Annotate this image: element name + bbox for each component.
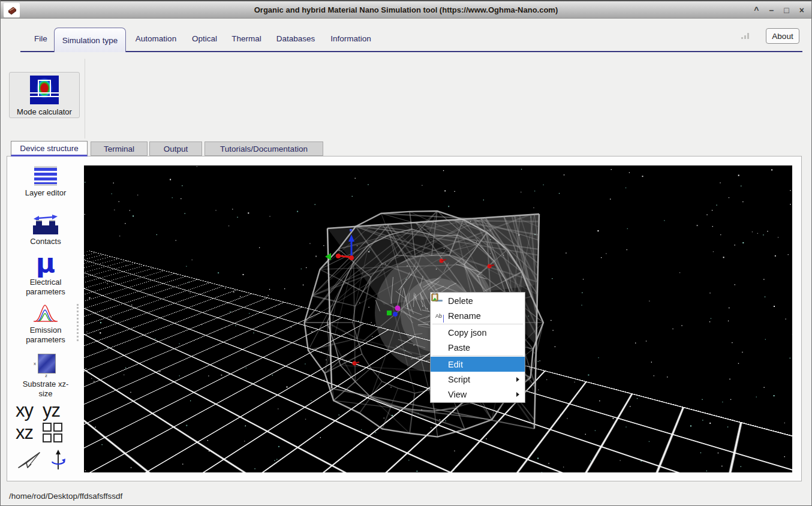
context-item-copy-json[interactable]: Copy json [431,325,525,340]
mode-calculator-label: Mode calculator [17,107,72,116]
sidebar-item-substrate-xz-size[interactable]: x z Substrate xz-size [7,353,84,398]
menu-simulation-type[interactable]: Simulation type [54,28,126,52]
paper-plane-icon[interactable] [17,450,41,469]
tab-output[interactable]: Output [149,141,202,156]
sidebar-item-electrical-parameters[interactable]: μ Electrical parameters [7,251,84,296]
view-xy-button[interactable]: xy [16,401,33,420]
close-button[interactable]: × [799,6,804,14]
sidebar-splitter-handle[interactable] [77,304,79,341]
emission-spectrum-icon [33,303,58,323]
submenu-arrow-icon [516,377,519,382]
menu-information[interactable]: Information [327,31,375,47]
menubar-underline [20,51,802,52]
window-controls: ^ – □ × [754,1,804,19]
shade-button[interactable]: ^ [754,6,759,14]
maximize-button[interactable]: □ [784,6,789,14]
layers-icon [34,166,57,186]
statusbar-path: /home/rod/Desktop/ffdsafsffssdf [9,492,122,501]
tab-terminal[interactable]: Terminal [91,141,148,156]
signal-bars-icon [741,32,750,39]
3d-viewport[interactable]: Delete Ab Rename [84,165,792,472]
app-window: Organic and hybrid Material Nano Simulat… [0,0,812,506]
ribbon-separator [85,59,85,138]
view-xz-button[interactable]: xz [16,423,33,442]
rename-cursor-icon: Ab [435,313,448,319]
minimize-button[interactable]: – [769,6,774,14]
context-item-paste[interactable]: Paste [431,340,525,355]
sidebar-item-emission-parameters[interactable]: Emission parameters [7,303,84,344]
statusbar: /home/rod/Desktop/ffdsafsffssdf [1,486,811,506]
context-item-edit[interactable]: Edit [431,357,525,372]
sidebar-item-contacts[interactable]: Contacts [7,214,84,246]
context-item-rename[interactable]: Ab Rename [431,308,525,323]
menu-separator [432,356,523,356]
menu-databases[interactable]: Databases [274,31,317,47]
tab-tutorials[interactable]: Tutorials/Documentation [204,141,323,156]
tab-device-structure[interactable]: Device structure [11,141,88,156]
context-item-script[interactable]: Script [431,372,525,387]
mu-icon: μ [36,251,55,275]
menu-automation[interactable]: Automation [133,31,179,47]
rotate-axis-icon[interactable] [50,449,67,471]
about-button[interactable]: About [766,28,799,44]
menu-separator [432,324,523,324]
titlebar: Organic and hybrid Material Nano Simulat… [1,1,811,19]
context-menu: Delete Ab Rename [430,292,525,403]
mode-calculator-button[interactable]: Mode calculator [9,72,80,118]
menu-optical[interactable]: Optical [189,31,220,47]
context-item-delete[interactable]: Delete [431,293,525,308]
menu-thermal[interactable]: Thermal [229,31,264,47]
window-title: Organic and hybrid Material Nano Simulat… [1,1,811,19]
view-yz-button[interactable]: yz [43,401,60,420]
sidebar-item-layer-editor[interactable]: Layer editor [7,166,84,198]
mode-profile-icon [30,76,59,104]
grid-4pane-icon[interactable] [43,423,62,442]
context-item-view[interactable]: View [431,387,525,402]
substrate-icon: x z [34,353,58,377]
submenu-arrow-icon [516,392,519,397]
device-structure-panel: Layer editor Contacts μ Electrical param… [7,156,802,481]
contacts-icon [32,214,59,234]
menu-file[interactable]: File [29,31,52,47]
